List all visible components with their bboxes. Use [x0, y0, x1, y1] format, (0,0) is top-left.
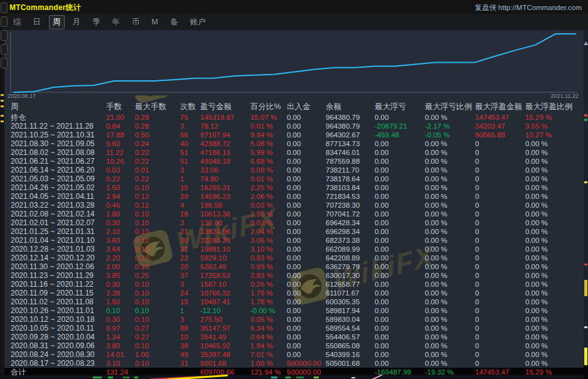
table-row[interactable]: 2020.11.09 ~ 2020.11.152.380.102410766.3… [4, 289, 584, 297]
table-cell: 0.10 [135, 227, 180, 236]
table-cell: 0.01 [135, 166, 180, 174]
column-header: 手数 [106, 102, 135, 112]
table-cell: 持仓 [4, 113, 106, 122]
table-row[interactable]: 2021.02.08 ~ 2021.02.141.800.101810613.3… [4, 210, 584, 218]
table-row[interactable]: 2020.10.26 ~ 2020.11.010.100.101-12.10-0… [4, 306, 584, 315]
table-cell: 0.00 [287, 315, 326, 324]
column-header: 盈亏金额 [200, 102, 250, 112]
table-cell: 0.00 % [425, 210, 475, 218]
scroll-marker [584, 365, 588, 379]
menu-item-5[interactable]: 年 [109, 15, 124, 29]
table-cell: 0.00 % [425, 227, 475, 236]
background-window-bottom-edge [4, 375, 584, 379]
menu-item-6[interactable]: 币 [128, 15, 144, 29]
table-row[interactable]: 2021.06.14 ~ 2021.06.200.030.01333.060.0… [4, 166, 584, 174]
table-row[interactable]: 2020.08.31 ~ 2020.09.063.800.103810465.9… [4, 341, 584, 350]
table-row[interactable]: 2020.11.02 ~ 2020.11.081.500.101510487.4… [4, 297, 584, 306]
table-cell: 0.30 [106, 280, 135, 289]
table-row[interactable]: 2021.04.26 ~ 2021.05.021.500.101516269.3… [4, 183, 584, 192]
table-row[interactable]: 持仓21.000.2875145319.8715.07 %0.00964380.… [4, 113, 584, 122]
table-cell: 1.78 % [250, 297, 287, 306]
menu-item-4[interactable]: 季 [88, 15, 104, 29]
table-row[interactable]: 2021.06.21 ~ 2021.06.2710.260.225149348.… [4, 157, 584, 166]
table-cell: 0 [475, 289, 525, 297]
table-cell: 2021.06.14 ~ 2021.06.20 [4, 166, 106, 174]
table-cell: 0 [475, 166, 525, 174]
table-row[interactable]: 2021.02.01 ~ 2021.02.070.300.103130.000.… [4, 218, 584, 227]
table-row[interactable]: 2020.10.12 ~ 2020.10.180.300.103275.500.… [4, 315, 584, 324]
right-scroll-strip[interactable] [584, 30, 588, 379]
table-cell: 0 [475, 227, 525, 236]
table-row[interactable]: 2021.08.30 ~ 2021.09.059.600.244042388.7… [4, 139, 584, 148]
table-row[interactable]: 2020.09.28 ~ 2020.10.041.340.27103541.49… [4, 333, 584, 341]
table-cell: 0.00 [287, 139, 326, 148]
table-cell: 0.00 % [525, 359, 584, 368]
table-cell: 5.99 % [250, 148, 287, 157]
table-cell: 15 [180, 297, 200, 306]
table-cell: 3.55 % [525, 122, 584, 131]
menu-item-3[interactable]: 月 [69, 15, 85, 29]
menu-item-2[interactable]: 周 [49, 15, 65, 29]
table-row[interactable]: 2021.08.02 ~ 2021.08.0811.220.225147186.… [4, 148, 584, 157]
table-row[interactable]: 2021.04.05 ~ 2021.04.112.940.122914596.2… [4, 192, 584, 201]
table-row[interactable]: 2020.11.23 ~ 2020.11.293.850.253717358.5… [4, 271, 584, 280]
table-row[interactable]: 2021.11.22 ~ 2021.11.280.840.28378.120.0… [4, 122, 584, 131]
table-cell: 0 [475, 139, 525, 148]
table-cell: 2021.06.21 ~ 2021.06.27 [4, 157, 106, 166]
menu-item-7[interactable]: M [148, 16, 162, 28]
table-cell: 31 [180, 359, 200, 368]
table-cell: 17358.53 [200, 271, 250, 280]
table-cell: 877134.73 [326, 139, 375, 148]
table-cell: 3.80 [106, 341, 135, 350]
table-row[interactable]: 2020.10.05 ~ 2020.10.118.970.278835147.9… [4, 324, 584, 333]
scroll-marker [584, 280, 587, 296]
equity-line [14, 34, 575, 92]
background-fragment [370, 374, 383, 379]
table-cell: 0.12 [135, 201, 180, 210]
table-row[interactable]: 2021.05.03 ~ 2021.05.090.220.22174.800.0… [4, 174, 584, 183]
table-cell: 0.00 [375, 280, 425, 289]
table-cell: 10.27 % [525, 131, 584, 139]
table-row[interactable]: 2021.01.25 ~ 2021.01.312.100.102113924.9… [4, 227, 584, 236]
table-cell: 0.00 % [425, 333, 475, 341]
table-cell: 0.00 % [525, 166, 584, 174]
table-row[interactable]: 2020.12.28 ~ 2021.01.033.640.123119881.1… [4, 245, 584, 254]
table-cell: 0.00 % [425, 341, 475, 350]
table-cell: 0.00 [287, 166, 326, 174]
brand-link[interactable]: 复盘侠 http://MTCommander.com [474, 3, 582, 13]
table-cell: 696428.34 [326, 218, 375, 227]
menu-item-9[interactable]: 账户 [186, 15, 209, 29]
table-cell: 8.97 [106, 324, 135, 333]
menu-item-1[interactable]: 日 [29, 15, 45, 29]
table-row[interactable]: 2021.10.25 ~ 2021.10.3117.880.506687167.… [4, 131, 584, 139]
menu-item-0[interactable]: 综 [9, 15, 25, 29]
table-cell: 2.04 % [250, 227, 287, 236]
screen: MTCommander统计 复盘侠 http://MTCommander.com… [0, 0, 588, 379]
table-cell: 0 [475, 157, 525, 166]
table-cell: 0.00 [287, 148, 326, 157]
table-row[interactable]: 2020.12.14 ~ 2020.12.202.200.10225929.10… [4, 254, 584, 262]
table-row[interactable]: 2021.01.04 ~ 2021.01.103.600.123020283.3… [4, 236, 584, 245]
table-cell: 0.00 [375, 245, 425, 254]
scroll-up-arrow-icon[interactable] [584, 41, 588, 45]
table-row[interactable]: 2020.11.30 ~ 2020.12.062.000.10206262.49… [4, 262, 584, 271]
table-cell: 0.00 % [425, 350, 475, 359]
table-cell: 0.10 [135, 218, 180, 227]
scroll-marker [584, 326, 587, 328]
table-cell: 87167.94 [200, 131, 250, 139]
table-cell: 0.10 [135, 262, 180, 271]
table-cell: 0.02 % [250, 218, 287, 227]
table-cell: 0.00 % [525, 139, 584, 148]
table-cell: 196.58 [200, 201, 250, 210]
table-row[interactable]: 2020.08.17 ~ 2020.08.233.100.10315001.68… [4, 359, 584, 368]
table-cell: 0.01 % [250, 122, 287, 131]
table-cell: 0.22 [135, 148, 180, 157]
table-row[interactable]: 2020.11.16 ~ 2020.11.220.300.1031587.100… [4, 280, 584, 289]
background-fragment [123, 376, 129, 378]
table-cell: 30 [180, 236, 200, 245]
table-row[interactable]: 2021.03.22 ~ 2021.03.280.460.124196.580.… [4, 201, 584, 210]
table-row[interactable]: 2020.08.24 ~ 2020.08.3014.011.004935397.… [4, 350, 584, 359]
table-cell: 662089.99 [326, 245, 375, 254]
table-cell: 0.10 [135, 306, 180, 315]
menu-item-8[interactable]: 备 [166, 15, 182, 29]
